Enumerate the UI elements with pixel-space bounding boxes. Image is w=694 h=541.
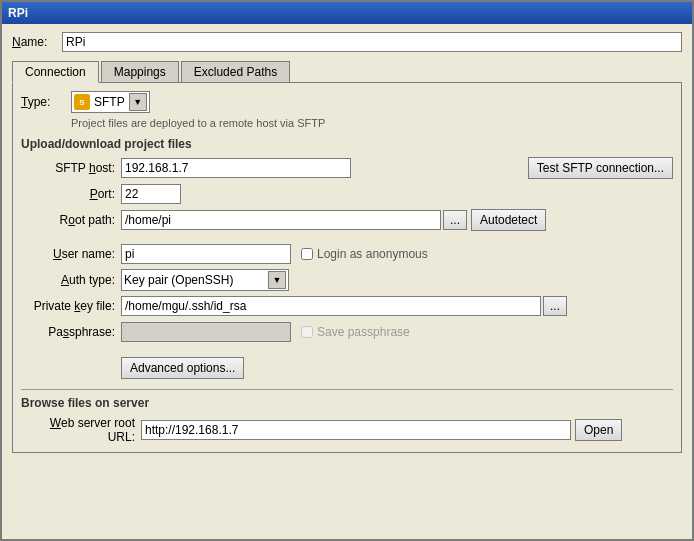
sftp-icon: S <box>74 94 90 110</box>
save-passphrase-checkbox[interactable] <box>301 326 313 338</box>
open-button[interactable]: Open <box>575 419 622 441</box>
passphrase-input[interactable] <box>121 322 291 342</box>
passphrase-row: Passphrase: Save passphrase <box>21 321 673 343</box>
browse-section: Browse files on server Web server root U… <box>21 396 673 444</box>
web-url-input[interactable] <box>141 420 571 440</box>
type-dropdown-arrow[interactable]: ▼ <box>129 93 147 111</box>
root-path-input[interactable] <box>121 210 441 230</box>
type-value: SFTP <box>94 95 125 109</box>
auth-type-label: Auth type: <box>21 273 121 287</box>
port-label: Port: <box>21 187 121 201</box>
advanced-options-button[interactable]: Advanced options... <box>121 357 244 379</box>
private-key-label: Private key file: <box>21 299 121 313</box>
anonymous-label: Login as anonymous <box>317 247 428 261</box>
section-divider <box>21 389 673 390</box>
save-passphrase-row: Save passphrase <box>301 325 410 339</box>
type-select[interactable]: S SFTP ▼ <box>71 91 150 113</box>
username-input[interactable] <box>121 244 291 264</box>
tab-bar: Connection Mappings Excluded Paths <box>12 60 682 82</box>
sftp-host-row: SFTP host: Test SFTP connection... <box>21 157 673 179</box>
tab-excluded-paths[interactable]: Excluded Paths <box>181 61 290 83</box>
root-path-row: Root path: ... Autodetect <box>21 209 673 231</box>
tab-mappings[interactable]: Mappings <box>101 61 179 83</box>
anonymous-checkbox-row: Login as anonymous <box>301 247 428 261</box>
tab-content: Type: S SFTP ▼ Project files are deploye… <box>12 82 682 453</box>
title-bar: RPi <box>2 2 692 24</box>
advanced-options-section: Advanced options... <box>121 351 673 379</box>
port-row: Port: <box>21 183 673 205</box>
passphrase-label: Passphrase: <box>21 325 121 339</box>
root-path-label: Root path: <box>21 213 121 227</box>
tab-connection[interactable]: Connection <box>12 61 99 83</box>
type-description: Project files are deployed to a remote h… <box>71 117 673 129</box>
private-key-browse-button[interactable]: ... <box>543 296 567 316</box>
save-passphrase-label: Save passphrase <box>317 325 410 339</box>
anonymous-checkbox[interactable] <box>301 248 313 260</box>
web-url-row: Web server root URL: Open <box>21 416 673 444</box>
name-input[interactable] <box>62 32 682 52</box>
type-label: Type: <box>21 95 71 109</box>
auth-type-row: Auth type: Key pair (OpenSSH) ▼ <box>21 269 673 291</box>
root-path-browse-button[interactable]: ... <box>443 210 467 230</box>
web-url-label: Web server root URL: <box>21 416 141 444</box>
upload-section-header: Upload/download project files <box>21 137 673 151</box>
private-key-row: Private key file: ... <box>21 295 673 317</box>
form-grid: SFTP host: Test SFTP connection... Port:… <box>21 157 673 343</box>
window-title: RPi <box>8 6 28 20</box>
auth-type-dropdown-arrow[interactable]: ▼ <box>268 271 286 289</box>
test-sftp-button[interactable]: Test SFTP connection... <box>528 157 673 179</box>
username-label: User name: <box>21 247 121 261</box>
name-row: Name: <box>12 32 682 52</box>
type-row: Type: S SFTP ▼ <box>21 91 673 113</box>
browse-section-header: Browse files on server <box>21 396 673 410</box>
auth-type-value: Key pair (OpenSSH) <box>124 273 264 287</box>
autodetect-button[interactable]: Autodetect <box>471 209 546 231</box>
content-area: Name: Connection Mappings Excluded Paths… <box>2 24 692 539</box>
name-label: Name: <box>12 35 62 49</box>
username-row: User name: Login as anonymous <box>21 243 673 265</box>
port-input[interactable] <box>121 184 181 204</box>
sftp-host-input[interactable] <box>121 158 351 178</box>
main-window: RPi Name: Connection Mappings Excluded P… <box>0 0 694 541</box>
sftp-host-label: SFTP host: <box>21 161 121 175</box>
auth-type-select[interactable]: Key pair (OpenSSH) ▼ <box>121 269 289 291</box>
private-key-input[interactable] <box>121 296 541 316</box>
